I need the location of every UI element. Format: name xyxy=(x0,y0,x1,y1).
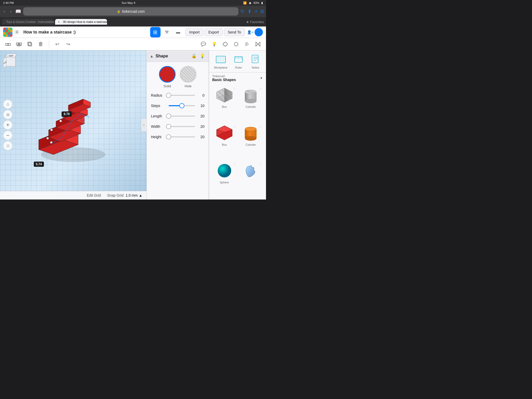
grid-view-button[interactable]: ⊞ xyxy=(150,27,161,37)
new-tab-button[interactable]: + xyxy=(255,9,257,14)
height-thumb[interactable] xyxy=(166,134,171,139)
snap-grid-label: Snap Grid xyxy=(107,193,123,197)
shape-panel-title: Shape xyxy=(156,54,189,58)
height-value: 20 xyxy=(197,135,204,139)
svg-marker-12 xyxy=(256,42,258,46)
view-tools: 💬 💡 xyxy=(198,39,263,49)
shape-item-box-red[interactable]: ☆ Box xyxy=(212,124,237,160)
view-tool-align[interactable] xyxy=(242,39,252,49)
workplane-icon xyxy=(215,54,227,65)
location-icon: ◉ xyxy=(249,1,251,5)
solid-type-button[interactable]: Solid xyxy=(159,66,176,88)
favorite-star-cyl-orange[interactable]: ☆ xyxy=(259,124,262,129)
export-button[interactable]: Export xyxy=(204,28,223,36)
import-button[interactable]: Import xyxy=(185,28,204,36)
tab-close-tinkercad[interactable]: ✕ xyxy=(58,21,60,23)
menu-icon[interactable]: ☰ xyxy=(15,30,19,34)
hammer-view-button[interactable]: ⚒ xyxy=(162,27,172,37)
viewport[interactable]: TOP LEFT ⌂ ⊡ + − ⬡ xyxy=(0,50,147,200)
tab-tinkercad[interactable]: ✕ 3D design How to make a staircase :) |… xyxy=(55,19,107,25)
radius-slider[interactable] xyxy=(169,92,195,98)
steps-slider[interactable] xyxy=(169,103,195,109)
length-value: 20 xyxy=(197,114,204,118)
hole-circle xyxy=(180,66,196,83)
tab-label-tinkercad: 3D design How to make a staircase :) | T… xyxy=(63,20,107,23)
workplane-button[interactable]: Workplane xyxy=(214,54,227,69)
svg-rect-1 xyxy=(8,43,10,45)
view-tool-light[interactable]: 💡 xyxy=(209,39,219,49)
favorite-star-box-gray[interactable]: ☆ xyxy=(233,87,236,91)
ruler-icon xyxy=(233,54,244,65)
radius-thumb[interactable] xyxy=(166,93,171,98)
width-slider[interactable] xyxy=(169,123,195,130)
app-header: ☰ How to make a staircase :) ⊞ ⚒ ▬ Impor… xyxy=(0,26,266,38)
shape-item-hand[interactable]: ☆ xyxy=(239,162,263,197)
view-tool-shape2[interactable] xyxy=(231,39,241,49)
header-view-actions: ⊞ ⚒ ▬ xyxy=(150,27,183,37)
delete-button[interactable]: 🗑 xyxy=(36,39,46,49)
address-text: tinkercad.com xyxy=(122,9,145,14)
lock-icon: 🔒 xyxy=(117,10,121,13)
send-to-button[interactable]: Send To xyxy=(224,28,245,36)
svg-point-56 xyxy=(245,99,256,103)
shape-item-sphere-teal[interactable]: ☆ Sphere xyxy=(212,162,237,197)
svg-rect-5 xyxy=(29,43,32,46)
shape-lock-button[interactable]: 🔒 xyxy=(191,53,197,59)
add-user-button[interactable]: 👤+ xyxy=(247,30,254,34)
favorite-star-box-red[interactable]: ☆ xyxy=(233,124,236,129)
length-slider[interactable] xyxy=(169,113,195,119)
group-button[interactable] xyxy=(3,39,13,49)
view-tool-annotation[interactable]: 💬 xyxy=(198,39,208,49)
notes-button[interactable]: Notes xyxy=(250,54,261,69)
browser-chrome: ‹ › 📖 🔒 tinkercad.com ↻ ⬆ + ⧉ xyxy=(0,6,266,17)
snap-grid-value-button[interactable]: 1.0 mm ▲ xyxy=(125,193,142,197)
svg-rect-0 xyxy=(6,43,8,45)
favorite-star-sphere-teal[interactable]: ☆ xyxy=(233,162,236,166)
tab-instructables[interactable]: Toys & Games Contest - Instructables xyxy=(2,19,54,25)
view-tool-mirror[interactable] xyxy=(253,39,263,49)
edit-grid-button[interactable]: Edit Grid xyxy=(87,193,101,197)
ungroup-button[interactable] xyxy=(14,39,24,49)
film-view-button[interactable]: ▬ xyxy=(173,27,183,37)
user-avatar[interactable]: 👤 xyxy=(255,28,263,36)
width-thumb[interactable] xyxy=(166,124,171,129)
duplicate-button[interactable] xyxy=(25,39,35,49)
favorite-star-cyl-gray[interactable]: ☆ xyxy=(259,87,262,91)
shape-light-button[interactable]: 💡 xyxy=(199,53,205,59)
shapes-category-label: Tinkercad xyxy=(212,75,236,78)
height-slider[interactable] xyxy=(169,134,195,140)
tabs-button[interactable]: ⧉ xyxy=(261,9,264,14)
hole-type-button[interactable]: Hole xyxy=(180,66,196,88)
shape-item-cyl-orange[interactable]: ☆ xyxy=(239,124,263,160)
favorites-button[interactable]: ★ Favorites xyxy=(246,20,264,24)
shapes-dropdown-button[interactable]: ▼ xyxy=(260,76,263,80)
back-button[interactable]: ‹ xyxy=(2,8,6,15)
bookmarks-button[interactable]: 📖 xyxy=(15,9,21,14)
forward-button[interactable]: › xyxy=(9,8,13,15)
address-bar[interactable]: 🔒 tinkercad.com xyxy=(23,7,239,16)
shape-label-cyl-gray: Cylinder xyxy=(245,105,256,108)
app-container: ☰ How to make a staircase :) ⊞ ⚒ ▬ Impor… xyxy=(0,26,266,200)
reload-button[interactable]: ↻ xyxy=(241,9,244,14)
length-thumb[interactable] xyxy=(166,114,171,119)
solid-circle xyxy=(159,66,176,83)
share-button[interactable]: ⬆ xyxy=(248,9,251,14)
undo-button[interactable]: ↩ xyxy=(52,39,62,49)
shape-panel-collapse-button[interactable]: ▲ xyxy=(150,54,154,58)
shape-item-box-gray[interactable]: ☆ xyxy=(212,86,237,122)
view-tool-shape1[interactable] xyxy=(220,39,230,49)
chevron-up-icon: ▲ xyxy=(139,193,142,197)
steps-thumb[interactable] xyxy=(179,103,184,108)
panel-collapse-button[interactable]: › xyxy=(141,119,147,131)
ruler-button[interactable]: Ruler xyxy=(233,54,244,69)
shape-types: Solid Hole xyxy=(147,62,209,90)
redo-button[interactable]: ↪ xyxy=(63,39,73,49)
shape-item-cyl-gray[interactable]: ☆ xyxy=(239,86,263,122)
svg-marker-13 xyxy=(258,42,260,46)
svg-rect-6 xyxy=(28,42,31,45)
staircase-3d-object: ↻ xyxy=(0,50,147,200)
toolbar: 🗑 ↩ ↪ 💬 💡 xyxy=(0,38,266,50)
svg-marker-49 xyxy=(224,88,232,102)
favorite-star-hand[interactable]: ☆ xyxy=(259,162,262,166)
toolbar-separator xyxy=(49,40,49,48)
